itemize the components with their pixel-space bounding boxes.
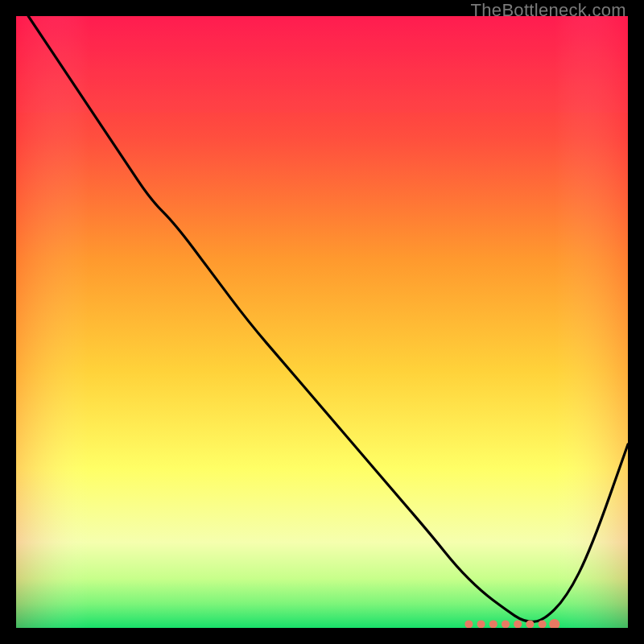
top-glow [16, 16, 628, 113]
marker-dot [539, 620, 547, 628]
watermark: TheBottleneck.com [471, 0, 626, 21]
marker-dot [477, 620, 485, 628]
chart-svg [16, 16, 628, 628]
marker-dot [502, 620, 510, 628]
marker-dot [526, 620, 534, 628]
marker-dot [514, 620, 522, 628]
marker-dot [489, 620, 497, 628]
marker-dot [464, 620, 473, 628]
plot-area [16, 16, 628, 628]
